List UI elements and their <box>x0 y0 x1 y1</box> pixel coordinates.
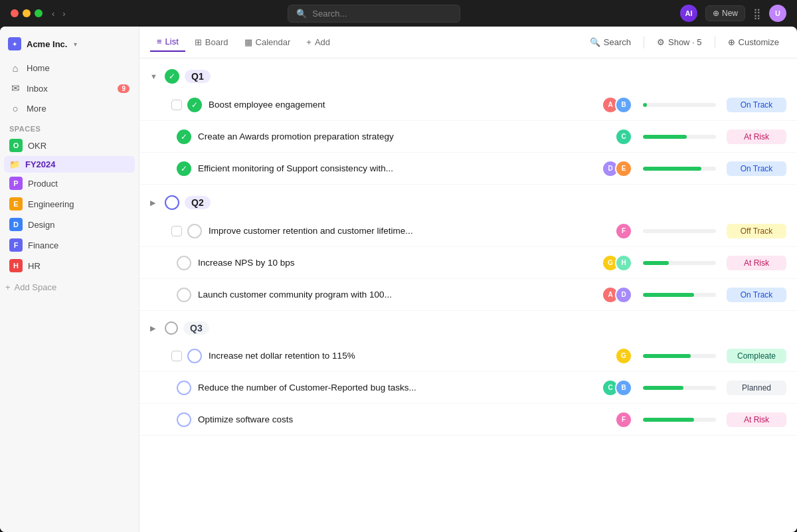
toolbar-right: 🔍 Search ⚙ Show · 5 ⊕ Customize <box>582 33 786 51</box>
group-q3-header[interactable]: ▶ Q3 <box>139 311 797 340</box>
table-row[interactable]: ⋮⋮ Improve customer retention and custom… <box>139 215 797 247</box>
ai-button[interactable]: AI <box>680 5 697 22</box>
design-space-icon: D <box>9 218 23 231</box>
plus-icon: ⊕ <box>713 9 719 18</box>
minimize-button[interactable] <box>23 9 31 17</box>
titlebar-center: 🔍 Search... <box>288 5 460 23</box>
table-row[interactable]: Increase NPS by 10 bps G H At Risk <box>139 247 797 279</box>
sidebar-item-okr[interactable]: O OKR <box>4 135 135 155</box>
close-button[interactable] <box>11 9 19 17</box>
table-row[interactable]: Reduce the number of Customer-Reported b… <box>139 372 797 404</box>
workspace-header[interactable]: ✦ Acme Inc. ▾ <box>0 33 139 58</box>
q1-chevron-icon: ▼ <box>150 72 159 80</box>
sidebar-item-inbox[interactable]: ✉ Inbox 9 <box>4 78 135 98</box>
content-area: ▼ ✓ Q1 ⋮⋮ ✓ Boost employee engagement A … <box>139 58 797 532</box>
sidebar-item-label: More <box>27 104 46 114</box>
global-search-bar[interactable]: 🔍 Search... <box>288 5 460 23</box>
row-status-icon: ✓ <box>177 161 191 176</box>
maximize-button[interactable] <box>35 9 43 17</box>
sidebar-item-hr[interactable]: H HR <box>4 256 135 276</box>
row-avatars: F <box>615 411 632 428</box>
space-label: OKR <box>28 141 46 151</box>
search-icon: 🔍 <box>590 37 600 47</box>
row-progress-bar <box>643 293 716 297</box>
folder-label: FY2024 <box>25 159 56 169</box>
customize-label: Customize <box>739 37 779 47</box>
table-row[interactable]: Launch customer community program with 1… <box>139 279 797 311</box>
row-checkbox[interactable] <box>171 226 182 236</box>
table-row[interactable]: ✓ Create an Awards promotion preparation… <box>139 121 797 153</box>
table-row[interactable]: ✓ Efficient monitoring of Support consis… <box>139 153 797 185</box>
search-placeholder: Search... <box>312 9 347 19</box>
tab-list[interactable]: ≡ List <box>150 33 185 52</box>
inbox-icon: ✉ <box>9 82 21 94</box>
search-icon: 🔍 <box>296 9 307 19</box>
sidebar-item-home[interactable]: ⌂ Home <box>4 58 135 78</box>
row-status-icon: ✓ <box>187 98 202 112</box>
sidebar-item-fy2024[interactable]: 📁 FY2024 <box>4 156 135 173</box>
sidebar-item-design[interactable]: D Design <box>4 215 135 234</box>
row-checkbox[interactable] <box>171 351 182 361</box>
row-status-icon <box>187 224 202 238</box>
forward-arrow[interactable]: › <box>60 7 68 20</box>
list-icon: ≡ <box>157 37 162 46</box>
finance-space-icon: F <box>9 238 23 252</box>
show-icon: ⚙ <box>657 37 665 47</box>
q3-status-icon <box>165 321 178 335</box>
sidebar-item-label: Home <box>27 63 50 73</box>
status-badge: On Track <box>727 288 786 302</box>
sidebar-item-label: Inbox <box>27 84 48 94</box>
new-button[interactable]: ⊕ New <box>705 5 745 21</box>
row-avatars: G <box>615 347 632 365</box>
row-avatars: G H <box>602 254 632 272</box>
workspace-chevron-icon: ▾ <box>74 41 77 48</box>
show-button[interactable]: ⚙ Show · 5 <box>650 33 709 51</box>
table-row[interactable]: ⋮⋮ Increase net dollar retention to 115%… <box>139 340 797 372</box>
avatar: F <box>615 411 632 428</box>
sidebar-item-product[interactable]: P Product <box>4 173 135 193</box>
row-status-icon <box>177 288 191 302</box>
row-title: Efficient monitoring of Support consiste… <box>198 163 602 173</box>
table-row[interactable]: ⋮⋮ ✓ Boost employee engagement A B On Tr… <box>139 89 797 121</box>
avatar: B <box>615 379 632 397</box>
q2-label: Q2 <box>185 196 211 209</box>
row-checkbox[interactable] <box>171 100 182 110</box>
engineering-space-icon: E <box>9 197 23 211</box>
row-title: Reduce the number of Customer-Reported b… <box>198 383 602 393</box>
row-avatars: D E <box>602 160 632 177</box>
sidebar-item-engineering[interactable]: E Engineering <box>4 194 135 214</box>
tab-board[interactable]: ⊞ Board <box>188 33 235 51</box>
search-button[interactable]: 🔍 Search <box>582 33 638 51</box>
toolbar: ≡ List ⊞ Board ▦ Calendar + Add 🔍 Search <box>139 27 797 58</box>
avatar: F <box>615 222 632 240</box>
tab-add[interactable]: + Add <box>300 33 337 51</box>
plus-icon: + <box>306 37 311 47</box>
sidebar-item-finance[interactable]: F Finance <box>4 235 135 255</box>
show-label: Show · 5 <box>668 37 702 47</box>
row-progress-bar <box>643 167 716 171</box>
table-row[interactable]: Optimize software costs F At Risk <box>139 404 797 436</box>
product-space-icon: P <box>9 177 23 190</box>
grid-icon[interactable]: ⣿ <box>753 7 761 20</box>
group-q2-header[interactable]: ▶ Q2 <box>139 185 797 215</box>
customize-button[interactable]: ⊕ Customize <box>721 33 786 51</box>
search-label: Search <box>604 37 631 47</box>
avatar[interactable]: U <box>769 5 786 22</box>
folder-icon: 📁 <box>9 159 20 169</box>
status-badge: Planned <box>727 381 786 395</box>
hr-space-icon: H <box>9 259 23 272</box>
back-arrow[interactable]: ‹ <box>49 7 57 20</box>
add-space-button[interactable]: + Add Space <box>0 278 139 296</box>
row-status-icon <box>187 349 202 363</box>
row-progress-bar <box>643 354 716 358</box>
add-space-label: Add Space <box>15 282 57 292</box>
avatar: G <box>615 347 632 365</box>
q3-label: Q3 <box>183 321 209 335</box>
avatar: E <box>615 160 632 177</box>
workspace-icon: ✦ <box>8 37 21 50</box>
group-q1-header[interactable]: ▼ ✓ Q1 <box>139 58 797 89</box>
sidebar-item-more[interactable]: ○ More <box>4 99 135 118</box>
app-container: ✦ Acme Inc. ▾ ⌂ Home ✉ Inbox 9 ○ More Sp… <box>0 27 797 532</box>
row-avatars: C <box>615 128 632 145</box>
tab-calendar[interactable]: ▦ Calendar <box>238 33 298 51</box>
